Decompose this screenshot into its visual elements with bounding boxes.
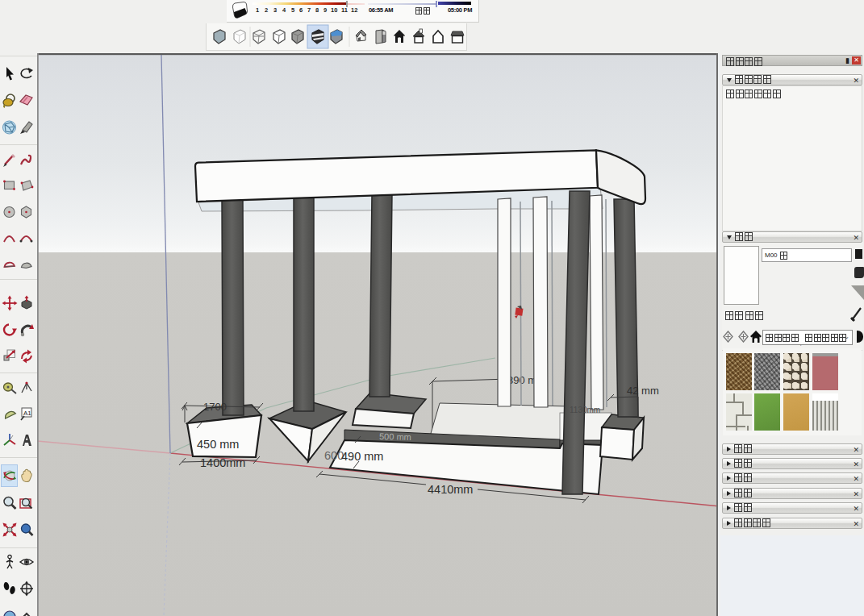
svg-text:A1: A1 (23, 410, 31, 417)
svg-text:450 mm: 450 mm (197, 438, 239, 451)
svg-text:490 mm: 490 mm (341, 450, 383, 463)
svg-text:4410mm: 4410mm (428, 483, 473, 496)
svg-text:1130mm: 1130mm (570, 406, 600, 414)
svg-text:500 mm: 500 mm (379, 431, 411, 442)
svg-text:1400mm: 1400mm (200, 456, 245, 469)
svg-text:1700: 1700 (203, 401, 227, 413)
svg-text:42 mm: 42 mm (627, 385, 659, 397)
